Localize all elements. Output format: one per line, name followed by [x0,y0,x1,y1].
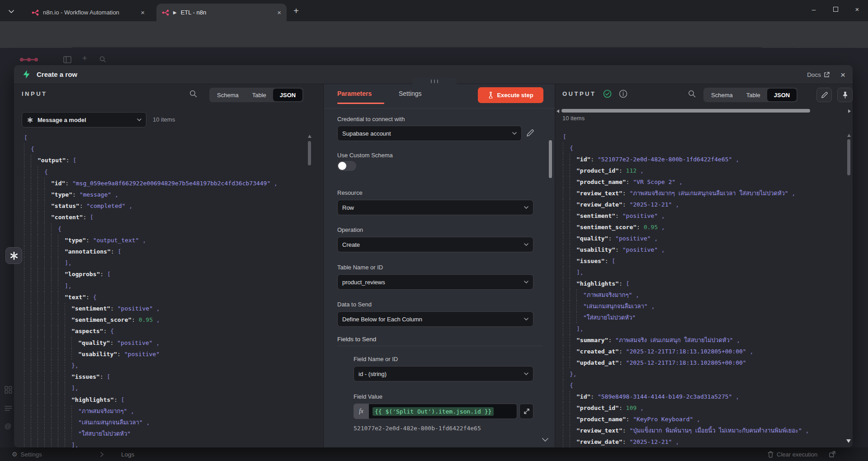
input-tab-table[interactable]: Table [245,89,273,101]
json-line: ], [24,439,310,447]
input-scroll-up-arrow[interactable] [308,135,311,138]
logs-expand-chevron[interactable] [100,447,104,461]
pin-icon [842,91,848,99]
output-hscrollbar[interactable] [561,109,810,113]
new-tab-button[interactable]: + [290,5,302,17]
window-close-button[interactable]: × [846,0,868,18]
tab-settings[interactable]: Settings [399,90,422,97]
json-line: "เล่นเกมสนุกจนลืมเวลา" , [24,417,310,428]
json-line: "text": { [24,292,310,303]
input-tab-json[interactable]: JSON [273,89,302,101]
json-line: { [563,142,843,154]
chevron-down-icon [512,132,517,135]
tab-title: ETL - n8n [181,9,273,16]
json-line: "id": "589e8498-3144-4144-b149-2c3ad31a5… [563,391,843,402]
field-name-label: Field Name or ID [354,356,398,362]
browser-toolbar: ← → n8n.srv1068143.hstgr.cloud/workflow/… [0,21,868,48]
maximize-icon [833,7,838,12]
json-line: "เล่นเกมสนุกจนลืมเวลา" , [563,301,843,312]
input-tab-schema[interactable]: Schema [210,89,245,101]
parameters-panel: Parameters Settings Execute step Credent… [324,84,555,447]
pop-out-logs-button[interactable] [829,447,835,461]
json-line: ], [24,382,310,394]
sidebar-settings[interactable]: ⚙ Settings [12,447,42,461]
json-line: "review_text": "ปุ่มแข็งมาก พิมพ์นานๆ เม… [563,425,843,436]
operation-select[interactable]: Create [337,237,533,252]
execute-step-button[interactable]: Execute step [478,87,543,103]
input-source-node-select[interactable]: Message a model [22,112,146,127]
info-icon[interactable] [619,89,627,98]
close-icon[interactable]: × [840,71,845,79]
output-tab-json[interactable]: JSON [767,89,797,101]
window-minimize-button[interactable]: – [803,0,825,18]
json-line: "ใส่สบายไม่ปวดหัว" [563,312,843,323]
expand-expression-button[interactable] [519,404,533,419]
output-scroll-down-arrow[interactable] [846,439,851,443]
credential-label: Credential to connect with [337,116,405,122]
logs-panel-toggle[interactable]: Logs [121,447,134,461]
params-scrollbar[interactable] [549,140,552,178]
credential-select[interactable]: Supabase account [337,126,522,141]
json-line: "output": [ [24,155,310,166]
hscroll-right-arrow[interactable] [848,109,851,113]
json-line: "ใส่สบายไม่ปวดหัว" [24,428,310,439]
output-tab-table[interactable]: Table [740,89,767,101]
fx-icon[interactable]: fx [354,404,369,419]
output-search-icon[interactable] [688,90,696,98]
add-node-icon[interactable]: + [82,54,87,63]
panel-resize-handle[interactable] [412,78,457,85]
node-details-dialog: Create a row Docs × INPUT Schema Table J… [14,65,853,447]
output-scroll-up-arrow[interactable] [847,134,851,137]
resource-select[interactable]: Row [337,200,533,215]
json-line: { [563,380,843,391]
table-name-select[interactable]: product_reviews [337,274,533,290]
custom-schema-toggle[interactable] [337,161,356,171]
help-icon[interactable]: @ [5,422,11,430]
external-link-icon [824,72,830,78]
browser-tab-n8n-io[interactable]: n8n.io - Workflow Automation × [26,4,150,21]
json-line: "quality": "positive" , [563,233,843,244]
canvas-search-icon[interactable] [99,56,106,63]
field-value-expression-input[interactable]: {{ $('Split Out').item.json.id }} [369,404,517,419]
tab-close-icon[interactable]: × [277,9,281,16]
field-name-select[interactable]: id - (string) [354,366,533,381]
json-line: "product_id": 109 , [563,402,843,414]
json-line: { [24,223,310,235]
clear-execution-label: Clear execution [777,451,817,458]
browser-tab-etl[interactable]: ▶ ETL - n8n × [156,4,287,21]
pin-data-button[interactable] [837,88,853,102]
edit-output-button[interactable] [816,88,832,102]
chevron-down-icon [137,118,142,121]
scroll-down-chevron-icon[interactable] [542,438,548,442]
data-to-send-label: Data to Send [337,301,372,308]
edit-credential-pencil-icon[interactable] [526,129,534,137]
json-line: "summary": "ภาพสมจริง เล่นเกมสนุก ใส่สบา… [563,334,843,346]
json-line: }, [24,360,310,371]
toggle-knob [338,162,346,170]
source-node-label: Message a model [38,117,137,123]
tab-close-icon[interactable]: × [141,9,145,16]
json-line: [ [24,132,310,143]
input-scrollbar[interactable] [308,141,311,165]
openai-node-tile[interactable] [5,247,22,264]
docs-label: Docs [807,71,821,78]
json-line: "updated_at": "2025-12-21T17:18:13.10280… [563,357,843,368]
panel-toggle-icon[interactable] [63,56,71,63]
input-search-icon[interactable] [189,90,197,98]
tab-parameters[interactable]: Parameters [337,90,372,97]
output-scrollbar[interactable] [847,139,850,175]
data-to-send-select[interactable]: Define Below for Each Column [337,311,533,327]
docs-link[interactable]: Docs [807,71,830,78]
table-name-label: Table Name or ID [337,264,383,271]
flask-icon [488,92,494,99]
chevron-down-icon [524,243,528,246]
clear-execution-button[interactable]: Clear execution [768,447,817,461]
tab-search-chevron-button[interactable] [5,5,17,17]
templates-icon[interactable] [5,386,12,394]
hscroll-left-arrow[interactable] [557,109,559,113]
output-tab-schema[interactable]: Schema [704,89,740,101]
variables-icon[interactable] [5,405,12,412]
n8n-logo [19,55,44,64]
window-maximize-button[interactable] [825,0,846,18]
input-panel-title: INPUT [22,90,47,97]
